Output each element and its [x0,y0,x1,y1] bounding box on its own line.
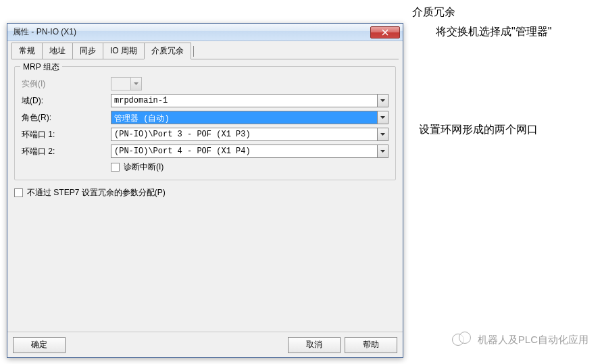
close-icon [382,29,388,36]
domain-value: mrpdomain-1 [111,95,377,107]
chevron-down-icon [380,99,385,102]
role-dropdown-button[interactable] [377,111,388,124]
port2-dropdown-button[interactable] [377,145,388,157]
close-button[interactable] [370,26,400,38]
domain-dropdown-button[interactable] [377,95,388,107]
watermark: 机器人及PLC自动化应用 [452,332,588,348]
chevron-down-icon [134,82,139,85]
mrp-group-title: MRP 组态 [20,61,62,73]
diag-interrupt-label: 诊断中断(I) [124,161,164,173]
help-button[interactable]: 帮助 [345,337,397,353]
chevron-down-icon [380,133,385,136]
port2-value: (PN-IO)\Port 4 - POF (X1 P4) [111,145,377,157]
annotation-media-redundancy: 介质冗余 [412,4,455,20]
port1-label: 环端口 1: [22,129,111,140]
domain-label: 域(D): [22,95,111,107]
tab-bar: 常规 地址 同步 IO 周期 介质冗余 [7,41,403,59]
instance-value [111,78,130,90]
tab-address[interactable]: 地址 [42,43,73,59]
titlebar: 属性 - PN-IO (X1) [7,24,403,41]
tab-divider [193,46,194,57]
wechat-icon [452,332,472,348]
instance-combo [111,77,142,90]
tab-content: MRP 组态 实例(I) 域(D): mrpdomain-1 [11,59,399,329]
port2-combo[interactable]: (PN-IO)\Port 4 - POF (X1 P4) [111,145,388,158]
dialog-title: 属性 - PN-IO (X1) [13,26,370,38]
annotation-select-manager: 将交换机选择成"管理器" [436,24,584,40]
port1-dropdown-button[interactable] [377,128,388,140]
step7-checkbox[interactable] [14,188,23,197]
role-label: 角色(R): [22,112,111,124]
port1-value: (PN-IO)\Port 3 - POF (X1 P3) [111,128,377,140]
step7-label: 不通过 STEP7 设置冗余的参数分配(P) [27,187,166,199]
ok-button[interactable]: 确定 [13,337,66,353]
tab-sync[interactable]: 同步 [72,43,103,59]
chevron-down-icon [380,116,385,119]
domain-combo[interactable]: mrpdomain-1 [111,94,388,107]
mrp-group: MRP 组态 实例(I) 域(D): mrpdomain-1 [14,66,396,180]
chevron-down-icon [380,150,385,153]
properties-dialog: 属性 - PN-IO (X1) 常规 地址 同步 IO 周期 介质冗余 MRP … [7,23,403,358]
tab-general[interactable]: 常规 [11,43,43,59]
instance-dropdown-button [130,78,141,90]
diag-interrupt-checkbox[interactable] [111,163,120,172]
port1-combo[interactable]: (PN-IO)\Port 3 - POF (X1 P3) [111,128,388,141]
instance-label: 实例(I) [22,78,111,90]
annotation-ring-ports: 设置环网形成的两个网口 [419,122,538,138]
cancel-button[interactable]: 取消 [288,337,341,353]
port2-label: 环端口 2: [22,146,111,157]
role-value: 管理器 (自动) [111,111,377,124]
tab-io-cycle[interactable]: IO 周期 [103,43,145,59]
tab-media-redundancy[interactable]: 介质冗余 [144,43,191,59]
button-bar: 确定 取消 帮助 [7,332,403,357]
role-combo[interactable]: 管理器 (自动) [111,111,388,124]
watermark-text: 机器人及PLC自动化应用 [478,334,588,346]
